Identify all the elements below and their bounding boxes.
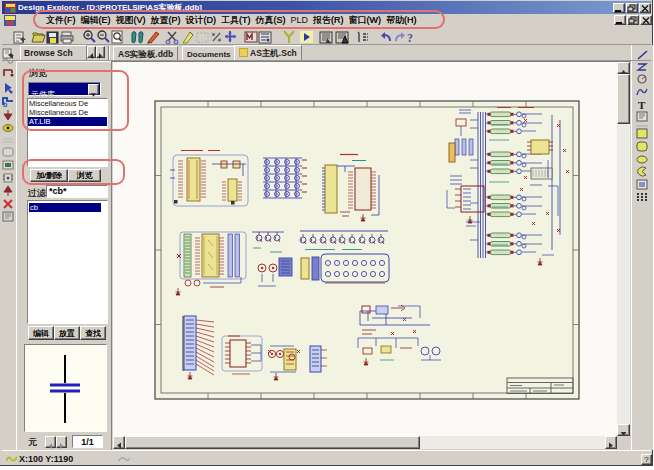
- svg-text:?: ?: [407, 31, 413, 45]
- svg-text:T: T: [638, 99, 646, 111]
- svg-text:b: b: [3, 101, 7, 108]
